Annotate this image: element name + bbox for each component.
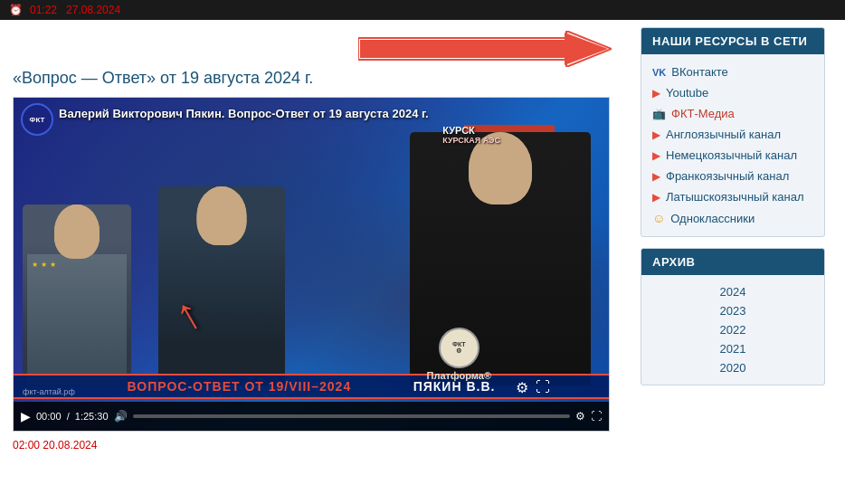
person-middle — [158, 186, 285, 385]
sidebar-link-french[interactable]: ▶ Франкоязычный канал — [650, 166, 815, 186]
platform-text: Платформа® — [427, 370, 491, 381]
video-controls: ▶ 00:00 / 1:25:30 🔊 ⚙ ⛶ — [14, 402, 609, 431]
settings-icon[interactable]: ⚙ — [575, 410, 585, 423]
archive-year-2024[interactable]: 2024 — [650, 282, 815, 301]
article-title: «Вопрос — Ответ» от 19 августа 2024 г. — [13, 69, 621, 88]
arrow-row — [13, 29, 621, 69]
fkt-logo-overlay: ФКТ — [21, 103, 53, 136]
clock-icon: ⏰ — [9, 4, 23, 16]
archive-header: АРХИВ — [641, 249, 824, 275]
resources-section: НАШИ РЕСУРСЫ В СЕТИ VK ВКонтакте ▶ Youtu… — [641, 27, 825, 237]
sidebar-link-vkontakte[interactable]: VK ВКонтакте — [650, 62, 815, 82]
sidebar-link-german[interactable]: ▶ Немецкоязычный канал — [650, 145, 815, 166]
latvian-icon: ▶ — [652, 191, 660, 204]
fullscreen-icon[interactable]: ⛶ — [591, 410, 602, 423]
video-title-overlay: Валерий Викторович Пякин. Вопрос-Ответ о… — [59, 107, 600, 120]
sidebar-link-latvian[interactable]: ▶ Латышскоязычный канал — [650, 186, 815, 207]
stars-bar: ★ ★ ★ — [32, 261, 56, 269]
time-display: 00:00 / 1:25:30 — [36, 411, 109, 422]
video-player[interactable]: ФКТ Валерий Викторович Пякин. Вопрос-Отв… — [13, 97, 610, 432]
video-fullscreen-icon[interactable]: ⛶ — [536, 379, 550, 396]
arrow-container — [13, 31, 621, 67]
video-background: ФКТ Валерий Викторович Пякин. Вопрос-Отв… — [14, 98, 609, 431]
sidebar: НАШИ РЕСУРСЫ В СЕТИ VK ВКонтакте ▶ Youtu… — [633, 20, 832, 461]
sidebar-link-youtube[interactable]: ▶ Youtube — [650, 82, 815, 103]
vk-icon: VK — [652, 67, 666, 78]
sidebar-link-fkt-media[interactable]: 📺 ФКТ-Медиа — [650, 103, 815, 124]
archive-content: 2024 2023 2022 2021 2020 — [641, 275, 824, 385]
archive-year-2022[interactable]: 2022 — [650, 320, 815, 339]
sidebar-link-english[interactable]: ▶ Англоязычный канал — [650, 124, 815, 145]
archive-year-2023[interactable]: 2023 — [650, 301, 815, 320]
fkt-media-icon: 📺 — [652, 108, 666, 120]
german-icon: ▶ — [652, 149, 660, 162]
platform-logo: ФКТ⚙ Платформа® — [427, 328, 491, 381]
bottom-timestamp: 02:00 20.08.2024 — [13, 439, 621, 452]
archive-section: АРХИВ 2024 2023 2022 2021 2020 — [641, 248, 825, 385]
video-settings-icon[interactable]: ⚙ — [516, 379, 528, 396]
sidebar-link-odnoklassniki[interactable]: ☺ Одноклассники — [650, 207, 815, 229]
top-bar: ⏰ 01:22 27.08.2024 — [0, 0, 845, 20]
watermark: фкт-алтай.рф — [23, 387, 75, 396]
resources-header: НАШИ РЕСУРСЫ В СЕТИ — [641, 28, 824, 54]
youtube-icon: ▶ — [652, 87, 660, 100]
resources-content: VK ВКонтакте ▶ Youtube 📺 ФКТ-Медиа ▶ Анг… — [641, 54, 824, 236]
red-arrow-graphic — [358, 31, 612, 67]
french-icon: ▶ — [652, 170, 660, 183]
uniform-details — [27, 254, 127, 385]
archive-year-2020[interactable]: 2020 — [650, 358, 815, 377]
platform-circle: ФКТ⚙ — [439, 328, 479, 368]
progress-bar[interactable] — [133, 414, 570, 418]
archive-year-2021[interactable]: 2021 — [650, 339, 815, 358]
person-left: ★ ★ ★ — [23, 204, 131, 385]
play-button[interactable]: ▶ — [21, 409, 31, 423]
kursk-label: КУРСК КУРСКАЯ АЭС — [442, 125, 500, 145]
english-icon: ▶ — [652, 128, 660, 141]
ok-icon: ☺ — [652, 211, 665, 225]
content-area: «Вопрос — Ответ» от 19 августа 2024 г. Ф… — [0, 20, 633, 461]
timestamp: 01:22 27.08.2024 — [30, 4, 120, 16]
volume-icon[interactable]: 🔊 — [114, 410, 128, 423]
